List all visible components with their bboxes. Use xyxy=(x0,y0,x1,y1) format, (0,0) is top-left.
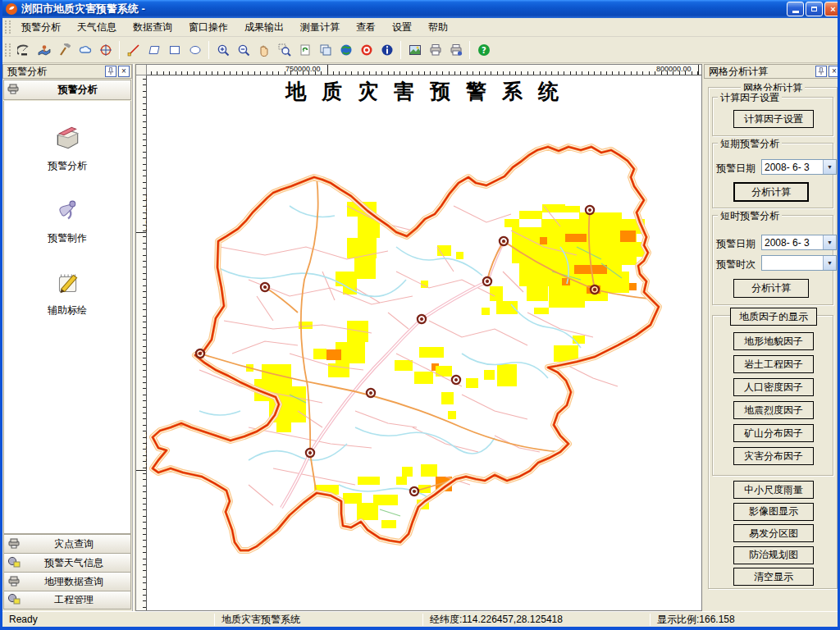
left-bar-label: 灾点查询 xyxy=(21,537,127,551)
plotter-icon xyxy=(7,82,25,98)
left-tool-label: 辅助标绘 xyxy=(48,304,87,317)
close-panel-icon[interactable]: × xyxy=(118,66,130,77)
ellipse-tool-icon[interactable] xyxy=(185,39,205,60)
crosshair-icon[interactable] xyxy=(95,39,116,60)
extra-button-2[interactable]: 易发分区图 xyxy=(733,524,814,542)
right-panel-header: 网格分析计算 × xyxy=(704,64,840,79)
geo-factor-button-3[interactable]: 地震烈度因子 xyxy=(733,401,814,419)
menu-item-7[interactable]: 设置 xyxy=(384,18,420,37)
window-title: 浏阳市地质灾害预警系统 - xyxy=(21,2,785,16)
left-bar-3[interactable]: 工程管理 xyxy=(3,591,131,609)
info-icon[interactable] xyxy=(377,39,397,60)
short-term-analyze-button[interactable]: 分析计算 xyxy=(733,182,809,202)
print-icon[interactable] xyxy=(425,39,445,60)
short-time-times-combo[interactable]: ▼ xyxy=(761,255,837,271)
pin-icon[interactable] xyxy=(105,66,116,77)
globe-doc-icon xyxy=(7,555,21,571)
menu-item-2[interactable]: 数据查询 xyxy=(125,18,180,37)
left-panel-title: 预警分析 xyxy=(5,65,103,79)
zoom-select-icon[interactable] xyxy=(274,39,294,60)
short-time-analyze-button[interactable]: 分析计算 xyxy=(733,279,809,298)
short-time-date-value: 2008- 6- 3 xyxy=(762,237,823,249)
zoom-in-icon[interactable] xyxy=(212,39,233,60)
toolbar-grip[interactable] xyxy=(5,43,11,57)
left-tool-label: 预警分析 xyxy=(48,159,87,173)
line-tool-icon[interactable] xyxy=(123,39,144,60)
refresh-icon[interactable] xyxy=(294,39,315,60)
menu-grip[interactable] xyxy=(5,21,11,34)
menu-items: 预警分析天气信息数据查询窗口操作成果输出测量计算查看设置帮助 xyxy=(13,18,456,37)
menu-item-3[interactable]: 窗口操作 xyxy=(180,18,236,37)
rectangle-tool-icon[interactable] xyxy=(164,39,185,60)
pan-icon[interactable] xyxy=(253,39,274,60)
extra-button-0[interactable]: 中小尺度雨量 xyxy=(733,481,814,499)
left-bar-label: 预警天气信息 xyxy=(21,556,127,570)
chevron-down-icon[interactable]: ▼ xyxy=(823,235,836,249)
plotter-icon xyxy=(7,536,21,552)
map-title: 地 质 灾 害 预 警 系 统 xyxy=(285,80,564,103)
chevron-down-icon[interactable]: ▼ xyxy=(823,160,836,174)
globe-icon[interactable] xyxy=(336,39,356,60)
extra-button-3[interactable]: 防治规划图 xyxy=(733,546,814,564)
polygon-tool-icon[interactable] xyxy=(144,39,164,60)
hammer-icon[interactable] xyxy=(54,39,75,60)
stop-icon[interactable] xyxy=(356,39,377,60)
toolbar-separator xyxy=(469,41,470,59)
left-panel-body: 预警分析预警制作辅助标绘 xyxy=(3,101,131,534)
geo-factor-button-5[interactable]: 灾害分布因子 xyxy=(733,447,814,465)
short-term-group-title: 短期预警分析 xyxy=(718,137,782,151)
short-time-date-label: 预警日期 xyxy=(716,237,756,251)
factor-setting-group-title: 计算因子设置 xyxy=(718,91,782,105)
menu-item-8[interactable]: 帮助 xyxy=(420,18,456,37)
menu-item-6[interactable]: 查看 xyxy=(348,18,384,37)
sketch-icon xyxy=(52,268,82,300)
short-term-date-combo[interactable]: 2008- 6- 3 ▼ xyxy=(761,159,837,175)
plotter-icon xyxy=(7,574,21,590)
extra-button-1[interactable]: 影像图显示 xyxy=(733,503,814,521)
left-tool-2[interactable]: 辅助标绘 xyxy=(4,268,130,317)
geo-factor-button-1[interactable]: 岩土工程因子 xyxy=(733,355,814,373)
radar-icon[interactable] xyxy=(13,39,34,60)
status-ready: Ready xyxy=(2,614,214,625)
chevron-down-icon[interactable]: ▼ xyxy=(823,256,836,270)
survey-tool-icon[interactable] xyxy=(34,39,54,60)
left-tool-label: 预警制作 xyxy=(48,231,87,245)
minimize-button[interactable] xyxy=(787,2,804,16)
ruler-x-label: 750000.00 xyxy=(285,65,321,73)
menu-item-0[interactable]: 预警分析 xyxy=(13,18,69,37)
status-coords: 经纬度:114.226457,28.125418 xyxy=(423,613,650,627)
factor-setting-button[interactable]: 计算因子设置 xyxy=(733,110,814,128)
left-panel-section-bar[interactable]: 预警分析 xyxy=(3,80,131,100)
left-bar-0[interactable]: 灾点查询 xyxy=(3,534,131,553)
cloud-icon[interactable] xyxy=(75,39,95,60)
image-icon[interactable] xyxy=(404,39,425,60)
geo-factor-display-button[interactable]: 地质因子的显示 xyxy=(730,308,817,326)
ruler-left: 3150000.003100000.00 xyxy=(136,75,147,610)
print-setup-icon[interactable] xyxy=(445,39,466,60)
left-bar-1[interactable]: 预警天气信息 xyxy=(3,553,131,572)
zoom-out-icon[interactable] xyxy=(233,39,253,60)
map-canvas[interactable]: 地 质 灾 害 预 警 系 统 xyxy=(147,75,701,610)
geo-factor-button-0[interactable]: 地形地貌因子 xyxy=(733,332,814,350)
left-tool-1[interactable]: 预警制作 xyxy=(4,196,130,245)
left-bar-label: 地理数据查询 xyxy=(21,575,127,589)
copy-icon[interactable] xyxy=(315,39,336,60)
status-system: 地质灾害预警系统 xyxy=(215,613,422,627)
help-icon[interactable]: ? xyxy=(473,39,494,60)
geo-factor-button-4[interactable]: 矿山分布因子 xyxy=(733,424,814,442)
close-panel-icon[interactable]: × xyxy=(829,66,840,77)
ruler-top: 750000.00800000.00 xyxy=(147,65,701,75)
menu-item-5[interactable]: 测量计算 xyxy=(292,18,348,37)
close-button[interactable]: × xyxy=(824,2,840,16)
menu-item-4[interactable]: 成果输出 xyxy=(236,18,292,37)
left-bar-2[interactable]: 地理数据查询 xyxy=(3,572,131,591)
toolbar-separator xyxy=(400,41,401,59)
menu-item-1[interactable]: 天气信息 xyxy=(69,18,125,37)
extra-button-4[interactable]: 清空显示 xyxy=(733,568,814,586)
left-panel: 预警分析 × 预警分析 预警分析预警制作辅助标绘 灾点查询预警天气信息地理数据查… xyxy=(2,64,134,611)
geo-factor-button-2[interactable]: 人口密度因子 xyxy=(733,378,814,396)
pin-icon[interactable] xyxy=(815,66,827,77)
short-time-date-combo[interactable]: 2008- 6- 3 ▼ xyxy=(761,235,837,250)
left-tool-0[interactable]: 预警分析 xyxy=(4,124,130,173)
restore-button[interactable] xyxy=(806,2,823,16)
